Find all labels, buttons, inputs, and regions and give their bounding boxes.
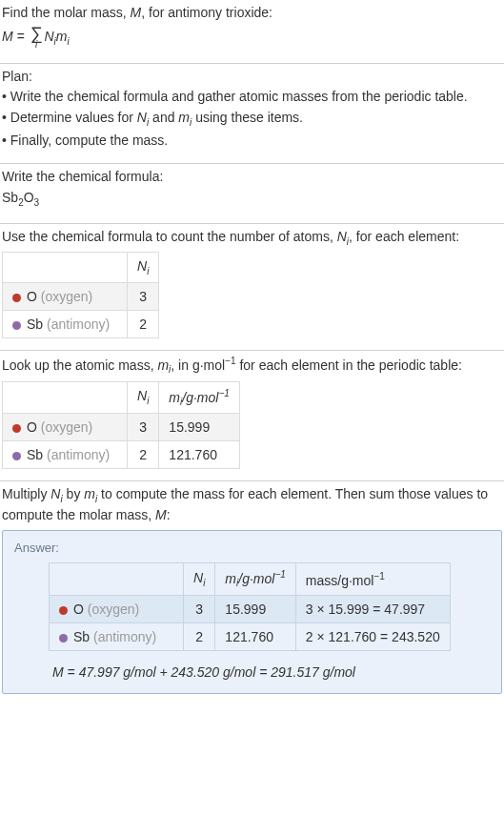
- text: m: [225, 571, 236, 586]
- cell-n: 2: [128, 311, 159, 338]
- var-N: N: [337, 229, 347, 244]
- var-N: N: [50, 486, 60, 501]
- table-header-row: Ni mi/g·mol−1: [3, 381, 240, 413]
- sub-i: i: [147, 266, 149, 276]
- cell-mass: 2 × 121.760 = 243.520: [295, 622, 450, 650]
- var-M: M: [155, 507, 167, 522]
- cell-element: Sb (antimony): [50, 622, 184, 650]
- var-N: N: [137, 110, 147, 125]
- plan-heading: Plan:: [2, 68, 502, 87]
- text: Look up the atomic mass,: [2, 357, 157, 373]
- plan-bullet-2: • Determine values for Ni and mi using t…: [2, 109, 502, 130]
- var-m: m: [84, 486, 95, 501]
- text: • Determine values for: [2, 110, 137, 125]
- cell-m: 121.760: [159, 441, 239, 469]
- elem-symbol: Sb: [27, 316, 47, 332]
- cell-n: 2: [128, 441, 159, 469]
- elem-symbol: O: [73, 602, 88, 617]
- sum-symbol: ∑i: [30, 25, 43, 50]
- text: Find the molar mass,: [2, 5, 131, 20]
- multiply-section: Multiply Ni by mi to compute the mass fo…: [0, 481, 504, 705]
- elem-name: (oxygen): [41, 289, 92, 304]
- answer-label: Answer:: [14, 541, 490, 555]
- text: N: [193, 570, 203, 585]
- cell-m: 15.999: [215, 595, 295, 622]
- text: and: [149, 110, 178, 125]
- text: , for each element:: [349, 229, 459, 244]
- lhs: M =: [2, 28, 29, 43]
- intro-line: Find the molar mass, M, for antimony tri…: [2, 4, 502, 23]
- cell-n: 3: [184, 595, 215, 622]
- sup-neg1: −1: [373, 571, 384, 581]
- elem-symbol: O: [27, 289, 41, 304]
- formula-heading: Write the chemical formula:: [2, 168, 502, 187]
- cell-m: 121.760: [215, 622, 295, 650]
- sup-neg1: −1: [218, 388, 229, 398]
- text: Use the chemical formula to count the nu…: [2, 229, 337, 244]
- count-table: Ni O (oxygen) 3 Sb (antimony) 2: [2, 252, 159, 338]
- formula-section: Write the chemical formula: Sb2O3: [0, 164, 504, 223]
- table-row: O (oxygen) 3: [3, 283, 159, 311]
- elem-sb: Sb: [2, 190, 18, 205]
- answer-table: Ni mi/g·mol−1 mass/g·mol−1 O (oxygen) 3 …: [49, 562, 451, 650]
- sub-i: i: [68, 35, 70, 46]
- element-dot-icon: [12, 294, 21, 302]
- elem-name: (oxygen): [41, 419, 92, 435]
- text: /g·mol: [182, 389, 218, 404]
- var-N: N: [44, 28, 53, 43]
- table-row: Sb (antimony) 2: [3, 311, 159, 338]
- elem-symbol: Sb: [27, 447, 47, 462]
- text: mass/g·mol: [306, 573, 374, 588]
- text: :: [167, 507, 171, 522]
- cell-element: Sb (antimony): [3, 441, 128, 469]
- table-header-row: Ni: [3, 253, 159, 283]
- var-m: m: [157, 357, 169, 373]
- table-row: O (oxygen) 3 15.999 3 × 15.999 = 47.997: [50, 595, 451, 622]
- text: Multiply: [2, 486, 50, 501]
- table-row: O (oxygen) 3 15.999: [3, 414, 240, 441]
- text: m: [169, 389, 180, 404]
- text: /g·mol: [238, 571, 274, 586]
- element-dot-icon: [12, 452, 21, 460]
- elem-name: (antimony): [47, 447, 110, 462]
- col-element: [3, 381, 128, 413]
- col-element: [3, 253, 128, 283]
- var-M: M: [131, 5, 142, 20]
- elem-symbol: Sb: [73, 629, 93, 644]
- cell-element: O (oxygen): [3, 414, 128, 441]
- text: = 47.997 g/mol + 243.520 g/mol = 291.517…: [64, 664, 355, 680]
- var-m: m: [178, 110, 190, 125]
- sub-i: i: [203, 578, 205, 588]
- mass-section: Look up the atomic mass, mi, in g·mol−1 …: [0, 351, 504, 481]
- plan-bullet-1: • Write the chemical formula and gather …: [2, 88, 502, 107]
- element-dot-icon: [59, 606, 68, 615]
- sub-i: i: [147, 396, 149, 406]
- text: for each element in the periodic table:: [236, 357, 462, 373]
- plan-bullet-3: • Finally, compute the mass.: [2, 132, 502, 151]
- plan-section: Plan: • Write the chemical formula and g…: [0, 64, 504, 165]
- text: N: [137, 258, 147, 274]
- sub-3: 3: [34, 197, 40, 208]
- text: by: [63, 486, 85, 501]
- answer-final: M = 47.997 g/mol + 243.520 g/mol = 291.5…: [49, 664, 490, 680]
- elem-name: (antimony): [47, 316, 110, 332]
- var-M: M: [52, 664, 64, 680]
- cell-n: 3: [128, 283, 159, 311]
- cell-mass: 3 × 15.999 = 47.997: [295, 595, 450, 622]
- count-heading: Use the chemical formula to count the nu…: [2, 228, 502, 249]
- table-header-row: Ni mi/g·mol−1 mass/g·mol−1: [50, 563, 451, 595]
- var-m: m: [56, 28, 68, 43]
- text: , in g·mol: [171, 357, 225, 373]
- element-dot-icon: [12, 321, 21, 330]
- count-section: Use the chemical formula to count the nu…: [0, 224, 504, 352]
- cell-element: O (oxygen): [50, 595, 184, 622]
- col-mass: mass/g·mol−1: [295, 563, 450, 595]
- col-Ni: Ni: [128, 253, 159, 283]
- sup-neg1: −1: [225, 356, 235, 366]
- cell-m: 15.999: [159, 414, 239, 441]
- cell-n: 3: [128, 414, 159, 441]
- col-Ni: Ni: [184, 563, 215, 595]
- sup-neg1: −1: [274, 569, 285, 580]
- chemical-formula: Sb2O3: [2, 189, 502, 210]
- element-dot-icon: [59, 634, 68, 643]
